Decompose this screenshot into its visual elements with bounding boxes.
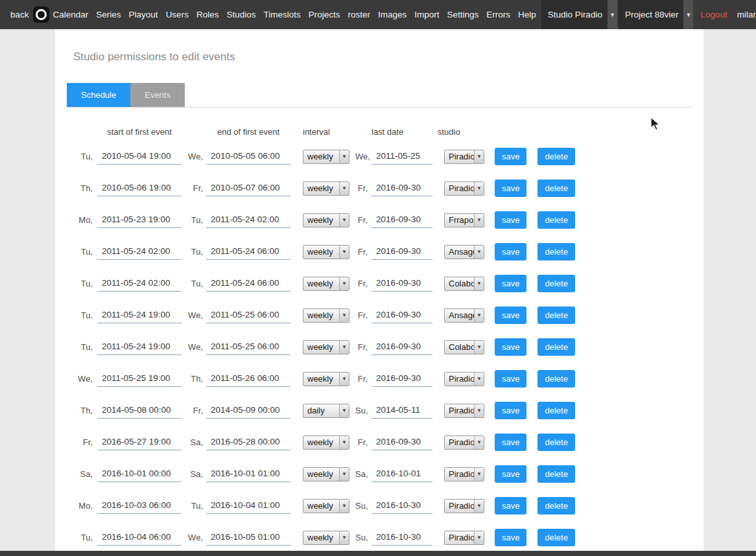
nav-item-help[interactable]: Help: [514, 0, 540, 29]
save-button[interactable]: save: [495, 275, 526, 292]
nav-item-settings[interactable]: Settings: [443, 0, 483, 29]
last-date-input[interactable]: [372, 308, 432, 323]
studio-select[interactable]: Piradio ▼: [444, 467, 484, 481]
end-input[interactable]: [206, 403, 290, 419]
studio-select[interactable]: Ansage ▼: [444, 308, 484, 323]
start-input[interactable]: [97, 435, 182, 450]
delete-button[interactable]: delete: [537, 370, 574, 388]
end-input[interactable]: [206, 435, 290, 450]
interval-select[interactable]: weekly ▼: [303, 372, 349, 386]
last-date-input[interactable]: [372, 467, 432, 482]
end-input[interactable]: [206, 308, 290, 323]
delete-button[interactable]: delete: [537, 465, 574, 483]
studio-select[interactable]: Piradio ▼: [444, 372, 484, 386]
save-button[interactable]: save: [495, 211, 526, 229]
end-input[interactable]: [206, 181, 290, 196]
start-input[interactable]: [97, 467, 182, 482]
interval-select[interactable]: weekly ▼: [303, 435, 349, 450]
studio-select[interactable]: Piradio ▼: [444, 499, 484, 513]
tab-events[interactable]: Events: [130, 83, 185, 107]
interval-select[interactable]: weekly ▼: [303, 213, 349, 227]
nav-item-series[interactable]: Series: [92, 0, 124, 29]
end-input[interactable]: [206, 498, 290, 514]
start-input[interactable]: [97, 498, 182, 514]
start-input[interactable]: [97, 149, 182, 165]
interval-select[interactable]: weekly ▼: [303, 277, 349, 291]
nav-item-roster[interactable]: roster: [344, 0, 374, 29]
save-button[interactable]: save: [495, 370, 526, 388]
save-button[interactable]: save: [495, 497, 526, 515]
studio-select[interactable]: Piradio ▼: [444, 150, 484, 164]
save-button[interactable]: save: [495, 243, 526, 261]
nav-item-calendar[interactable]: Calendar: [49, 0, 93, 29]
start-input[interactable]: [97, 403, 182, 419]
back-link[interactable]: back: [0, 0, 33, 29]
nav-item-timeslots[interactable]: Timeslots: [259, 0, 304, 29]
last-date-input[interactable]: [372, 530, 432, 546]
studio-select[interactable]: Piradio ▼: [444, 435, 484, 450]
end-input[interactable]: [206, 530, 290, 546]
last-date-input[interactable]: [372, 340, 432, 355]
last-date-input[interactable]: [372, 435, 432, 450]
nav-item-playout[interactable]: Playout: [125, 0, 162, 29]
interval-select[interactable]: weekly ▼: [303, 308, 349, 323]
nav-item-import[interactable]: Import: [410, 0, 443, 29]
save-button[interactable]: save: [495, 465, 526, 483]
save-button[interactable]: save: [495, 338, 526, 356]
save-button[interactable]: save: [495, 180, 526, 197]
delete-button[interactable]: delete: [537, 338, 574, 356]
interval-select[interactable]: weekly ▼: [303, 531, 349, 545]
last-date-input[interactable]: [372, 276, 432, 292]
last-date-input[interactable]: [372, 403, 432, 419]
last-date-input[interactable]: [372, 244, 432, 260]
delete-button[interactable]: delete: [537, 497, 574, 515]
delete-button[interactable]: delete: [537, 434, 574, 451]
interval-select[interactable]: weekly ▼: [303, 340, 349, 354]
end-input[interactable]: [206, 244, 290, 260]
interval-select[interactable]: weekly ▼: [303, 467, 349, 481]
studio-select[interactable]: Colabo ▼: [444, 340, 484, 354]
end-input[interactable]: [206, 371, 290, 387]
logout-link[interactable]: Logout: [693, 0, 734, 29]
nav-item-studios[interactable]: Studios: [222, 0, 259, 29]
studio-select[interactable]: Colabo ▼: [444, 277, 484, 291]
end-input[interactable]: [206, 149, 290, 165]
start-input[interactable]: [97, 371, 182, 387]
delete-button[interactable]: delete: [537, 148, 574, 165]
start-input[interactable]: [97, 530, 182, 546]
end-input[interactable]: [206, 213, 290, 228]
studio-select[interactable]: Piradio ▼: [444, 181, 484, 196]
save-button[interactable]: save: [495, 307, 526, 324]
interval-select[interactable]: weekly ▼: [303, 499, 349, 513]
start-input[interactable]: [97, 340, 182, 355]
studio-dropdown[interactable]: Studio Piradio ▼: [540, 0, 617, 29]
last-date-input[interactable]: [372, 181, 432, 196]
app-logo-icon[interactable]: [33, 0, 49, 29]
save-button[interactable]: save: [495, 434, 526, 451]
delete-button[interactable]: delete: [537, 180, 574, 197]
nav-item-projects[interactable]: Projects: [305, 0, 344, 29]
start-input[interactable]: [97, 244, 182, 260]
save-button[interactable]: save: [495, 529, 526, 546]
delete-button[interactable]: delete: [537, 402, 574, 419]
interval-select[interactable]: daily ▼: [303, 404, 349, 418]
last-date-input[interactable]: [372, 149, 432, 165]
studio-select[interactable]: Ansage ▼: [444, 245, 484, 259]
end-input[interactable]: [206, 340, 290, 355]
studio-select[interactable]: Frrapo ▼: [444, 213, 484, 227]
start-input[interactable]: [97, 213, 182, 228]
end-input[interactable]: [206, 276, 290, 292]
nav-item-errors[interactable]: Errors: [482, 0, 514, 29]
last-date-input[interactable]: [372, 371, 432, 387]
delete-button[interactable]: delete: [537, 529, 574, 546]
project-dropdown[interactable]: Project 88vier ▼: [617, 0, 694, 29]
save-button[interactable]: save: [495, 402, 526, 419]
last-date-input[interactable]: [372, 213, 432, 228]
delete-button[interactable]: delete: [537, 307, 574, 324]
start-input[interactable]: [97, 276, 182, 292]
last-date-input[interactable]: [372, 498, 432, 514]
nav-item-images[interactable]: Images: [374, 0, 410, 29]
studio-select[interactable]: Piradio ▼: [444, 531, 484, 545]
studio-select[interactable]: Piradio ▼: [444, 404, 484, 418]
save-button[interactable]: save: [495, 148, 526, 165]
